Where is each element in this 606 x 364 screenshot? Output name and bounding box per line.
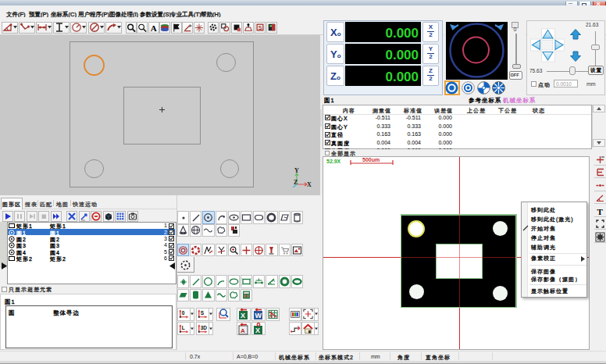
svg-text:A: A bbox=[269, 313, 273, 319]
svg-text:A: A bbox=[241, 327, 245, 334]
svg-text:S: S bbox=[201, 310, 205, 316]
svg-text:S: S bbox=[258, 24, 262, 31]
svg-text:W: W bbox=[255, 312, 262, 319]
svg-text:X: X bbox=[241, 312, 245, 319]
svg-text:3D: 3D bbox=[201, 324, 208, 330]
svg-text:L: L bbox=[182, 324, 185, 330]
svg-text:0: 0 bbox=[182, 310, 185, 316]
svg-text:T: T bbox=[597, 207, 604, 216]
svg-text:X: X bbox=[307, 181, 312, 187]
svg-text:A: A bbox=[272, 278, 275, 283]
svg-text:A: A bbox=[150, 23, 156, 32]
svg-text:X: X bbox=[255, 327, 260, 334]
